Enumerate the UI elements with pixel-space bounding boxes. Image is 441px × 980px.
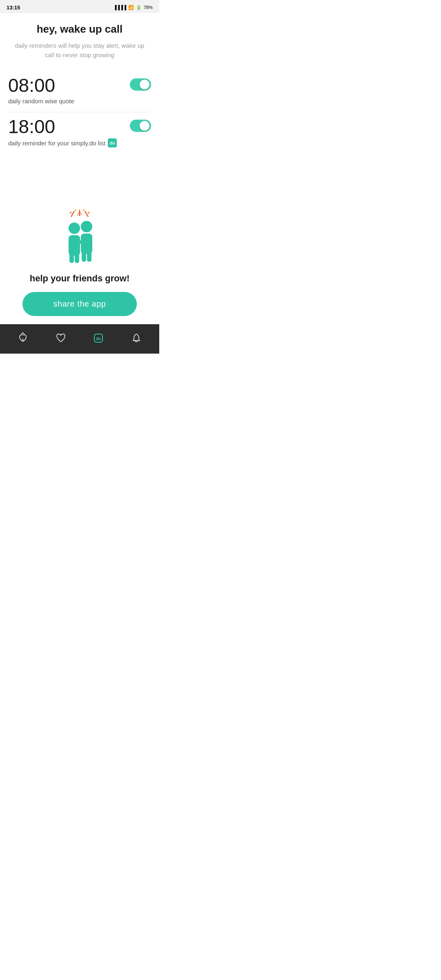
svg-line-5 <box>85 211 88 217</box>
svg-rect-15 <box>75 252 79 263</box>
battery-icon: 🔋 <box>136 5 142 10</box>
reminder-time-1: 08:00 <box>8 75 74 96</box>
friends-illustration <box>53 209 106 266</box>
wifi-icon: 📶 <box>128 5 134 10</box>
battery-percent: 78% <box>144 5 153 10</box>
toggle-track-2 <box>130 120 151 132</box>
svg-line-3 <box>71 211 74 217</box>
svg-rect-16 <box>82 250 86 262</box>
bell-icon <box>131 332 142 345</box>
svg-point-10 <box>69 223 80 234</box>
reminder-toggle-2[interactable] <box>130 120 151 132</box>
nav-item-do[interactable]: do <box>86 328 111 350</box>
reminder-left-1: 08:00 daily random wise quote <box>8 75 74 105</box>
lotus-icon <box>17 332 29 345</box>
svg-rect-14 <box>69 252 74 263</box>
svg-point-8 <box>75 209 76 211</box>
reminder-desc-1: daily random wise quote <box>8 98 74 105</box>
svg-point-6 <box>70 212 72 214</box>
svg-point-12 <box>81 221 92 232</box>
main-content: hey, wake up call daily reminders will h… <box>0 13 159 196</box>
reminder-item-2: 18:00 daily reminder for your simply.do … <box>8 112 151 155</box>
status-bar: 13:15 ▐▐▐▐ 📶 🔋 78% <box>0 0 159 13</box>
status-icons: ▐▐▐▐ 📶 🔋 78% <box>114 5 153 10</box>
bottom-nav: do <box>0 324 159 354</box>
signal-icon: ▐▐▐▐ <box>114 5 126 10</box>
page-subtitle: daily reminders will help you stay alert… <box>8 41 151 60</box>
share-section-title: help your friends grow! <box>30 273 129 284</box>
share-app-button[interactable]: share the app <box>22 292 137 316</box>
toggle-thumb-2 <box>140 121 149 131</box>
status-time: 13:15 <box>7 4 20 11</box>
reminder-toggle-1[interactable] <box>130 78 151 91</box>
svg-point-9 <box>83 209 85 211</box>
nav-item-bell[interactable] <box>124 328 149 350</box>
do-icon: do <box>93 332 104 345</box>
svg-point-7 <box>88 212 90 214</box>
reminder-item-1: 08:00 daily random wise quote <box>8 71 151 112</box>
reminder-left-2: 18:00 daily reminder for your simply.do … <box>8 116 117 148</box>
reminder-desc-2: daily reminder for your simply.do list d… <box>8 138 117 147</box>
heart-icon <box>55 332 67 345</box>
share-section: help your friends grow! share the app <box>0 196 159 324</box>
nav-item-heart[interactable] <box>49 328 73 350</box>
reminder-time-2: 18:00 <box>8 116 117 137</box>
simply-do-badge: do <box>108 138 117 147</box>
svg-text:do: do <box>96 336 101 341</box>
toggle-track-1 <box>130 78 151 91</box>
page-title: hey, wake up call <box>8 23 151 36</box>
svg-rect-17 <box>87 250 91 262</box>
toggle-thumb-1 <box>140 80 149 89</box>
nav-item-lotus[interactable] <box>11 328 35 350</box>
